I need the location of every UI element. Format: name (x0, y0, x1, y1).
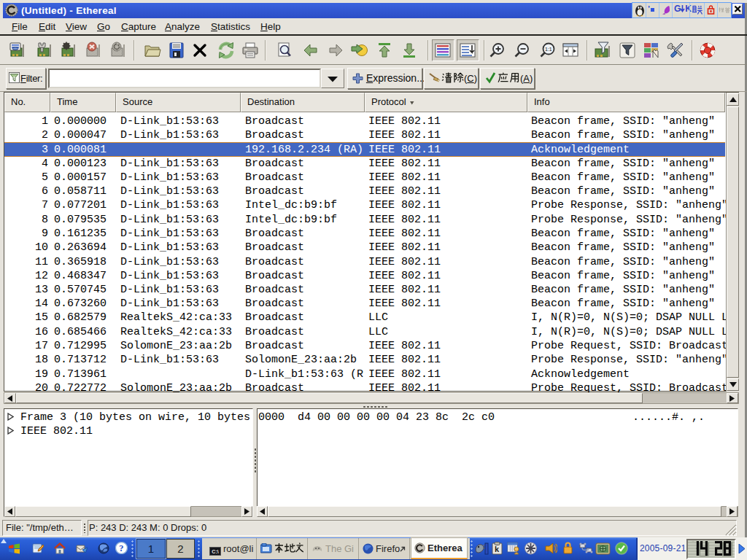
svg-text:?: ? (119, 543, 123, 553)
svg-text:1:1: 1:1 (545, 47, 552, 52)
svg-text:k: k (495, 545, 500, 553)
